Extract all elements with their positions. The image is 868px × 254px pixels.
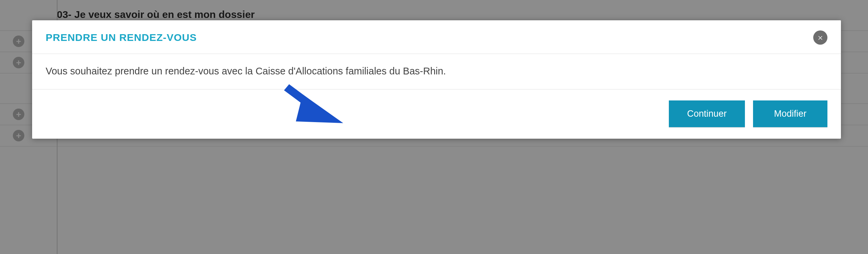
- background-heading: 03- Je veux savoir où en est mon dossier: [57, 9, 255, 20]
- modal-body-text: Vous souhaitez prendre un rendez-vous av…: [32, 54, 841, 90]
- plus-icon: +: [13, 36, 24, 47]
- plus-icon: +: [13, 109, 24, 120]
- close-button[interactable]: [813, 30, 827, 45]
- plus-icon: +: [13, 57, 24, 68]
- modal-footer: Continuer Modifier: [32, 90, 841, 139]
- modify-button[interactable]: Modifier: [753, 100, 827, 127]
- close-icon: [817, 34, 823, 41]
- continue-button[interactable]: Continuer: [669, 100, 745, 127]
- modal-header: PRENDRE UN RENDEZ-VOUS: [32, 20, 841, 54]
- appointment-modal: PRENDRE UN RENDEZ-VOUS Vous souhaitez pr…: [32, 20, 841, 139]
- svg-marker-1: [296, 94, 343, 123]
- plus-icon: +: [13, 130, 24, 141]
- modal-title: PRENDRE UN RENDEZ-VOUS: [46, 32, 197, 43]
